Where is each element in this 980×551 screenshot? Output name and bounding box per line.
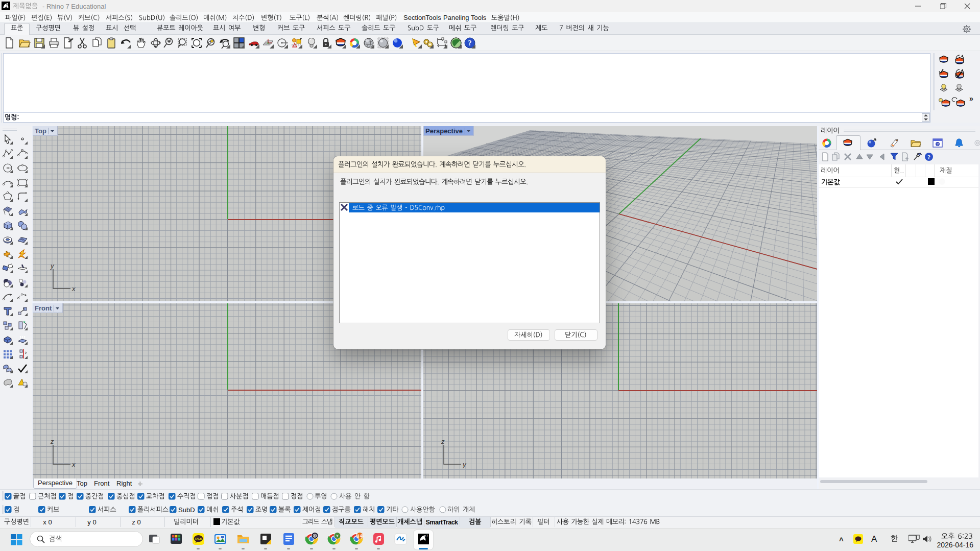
svg-text:?: ? xyxy=(937,142,939,147)
svg-text:?: ? xyxy=(468,39,472,47)
svg-text:y: y xyxy=(462,461,467,468)
svg-text:?: ? xyxy=(927,154,930,161)
svg-text:z: z xyxy=(50,438,54,445)
svg-text:z: z xyxy=(441,438,445,445)
svg-text:y: y xyxy=(50,262,55,270)
svg-text:x: x xyxy=(71,461,76,468)
svg-text:TALK: TALK xyxy=(195,537,202,540)
svg-text:Y: Y xyxy=(336,534,339,538)
svg-text:영우: 영우 xyxy=(356,534,364,538)
svg-text:x: x xyxy=(71,285,76,293)
